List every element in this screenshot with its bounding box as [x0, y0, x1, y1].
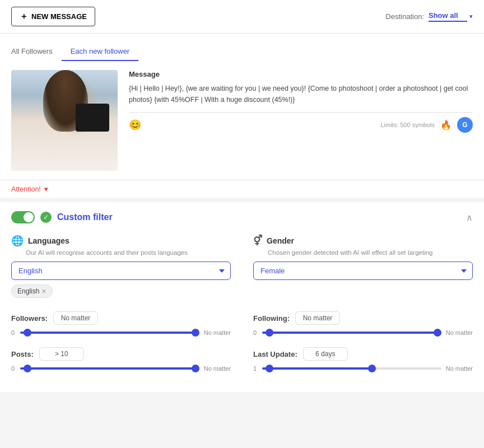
following-track[interactable] [262, 332, 441, 334]
message-text[interactable]: {Hi | Hello | Hey!}, {we are waiting for… [129, 83, 473, 105]
following-min: 0 [253, 329, 258, 336]
followers-thumb-left[interactable] [24, 329, 31, 337]
following-thumb-right[interactable] [434, 329, 441, 337]
english-tag[interactable]: English × [11, 284, 53, 298]
following-header: Following: No matter [253, 311, 473, 325]
last-update-header: Last Update: 6 days [253, 347, 473, 361]
attention-label: Attention! [11, 185, 41, 193]
followers-value: No matter [53, 311, 98, 325]
posts-slider-group: Posts: > 10 0 No matter [11, 347, 231, 372]
last-update-thumb-right[interactable] [368, 365, 376, 372]
globe-icon: 🌐 [11, 235, 24, 247]
gender-dropdown[interactable]: Female [253, 262, 473, 280]
new-message-label: NEW MESSAGE [31, 12, 87, 21]
destination-wrapper: Show all [429, 11, 473, 22]
tab-each-new-follower[interactable]: Each new follower [62, 43, 139, 61]
followers-min: 0 [11, 329, 16, 336]
header: ＋ NEW MESSAGE Destination: Show all [0, 0, 484, 34]
destination-label: Destination: [385, 12, 424, 21]
following-max: No matter [446, 329, 473, 336]
posts-label: Posts: [11, 350, 34, 358]
following-slider-group: Following: No matter 0 No matter [253, 311, 473, 336]
posts-max: No matter [204, 365, 231, 372]
gender-section: ⚥ Gender Chosen gender detected with AI … [253, 235, 473, 298]
last-update-thumb-left[interactable] [266, 365, 273, 372]
message-label: Message [129, 70, 473, 78]
tab-all-followers[interactable]: All Followers [11, 43, 62, 61]
main-content: All Followers Each new follower Message … [0, 34, 484, 392]
following-thumb-left[interactable] [266, 329, 273, 337]
english-tag-remove-icon[interactable]: × [41, 287, 46, 295]
posts-thumb-right[interactable] [192, 365, 199, 372]
posts-fill [20, 367, 199, 370]
custom-filter-section: ✓ Custom filter ∧ 🌐 Languages Our AI wil… [0, 202, 484, 392]
emoji-icon[interactable]: 😊 [129, 119, 141, 131]
custom-filter-header: ✓ Custom filter ∧ [11, 211, 473, 223]
languages-title: 🌐 Languages [11, 235, 231, 247]
posts-min: 0 [11, 365, 16, 372]
check-circle-icon: ✓ [40, 212, 52, 223]
gender-label: Gender [267, 236, 294, 245]
languages-section: 🌐 Languages Our AI will recognise accoun… [11, 235, 231, 298]
custom-filter-left: ✓ Custom filter [11, 211, 113, 223]
languages-desc: Our AI will recognise accounts and their… [26, 249, 231, 256]
message-footer: 😊 Limits: 500 symbols 🔥 G [129, 112, 473, 136]
message-card: All Followers Each new follower Message … [0, 34, 484, 180]
fire-icon[interactable]: 🔥 [438, 117, 454, 133]
posts-track-row: 0 No matter [11, 365, 231, 372]
limits-text: Limits: 500 symbols [380, 122, 435, 128]
followers-thumb-right[interactable] [192, 329, 199, 337]
followers-header: Followers: No matter [11, 311, 231, 325]
last-update-max: No matter [446, 365, 473, 372]
message-content: Message {Hi | Hello | Hey!}, {we are wai… [11, 70, 473, 180]
followers-track[interactable] [20, 332, 199, 334]
tabs: All Followers Each new follower [11, 43, 473, 61]
filter-grid: 🌐 Languages Our AI will recognise accoun… [11, 235, 473, 298]
destination-area: Destination: Show all [385, 11, 473, 22]
languages-dropdown[interactable]: English [11, 262, 231, 280]
collapse-icon[interactable]: ∧ [466, 212, 473, 223]
message-right: Message {Hi | Hello | Hey!}, {we are wai… [129, 70, 473, 171]
languages-label: Languages [28, 236, 69, 245]
followers-track-row: 0 No matter [11, 329, 231, 336]
last-update-min: 1 [253, 365, 258, 372]
custom-filter-toggle[interactable] [11, 211, 35, 223]
attention-button[interactable]: Attention! ▾ [11, 185, 473, 193]
gender-title: ⚥ Gender [253, 235, 473, 247]
posts-thumb-left[interactable] [24, 365, 31, 372]
custom-filter-title: Custom filter [57, 212, 113, 222]
followers-fill [20, 332, 199, 334]
attention-chevron-icon: ▾ [44, 185, 48, 193]
message-image [11, 70, 118, 171]
gender-desc: Chosen gender detected with AI will effe… [268, 249, 473, 256]
english-tag-label: English [17, 287, 39, 295]
last-update-slider-group: Last Update: 6 days 1 No matter [253, 347, 473, 372]
g-icon[interactable]: G [457, 117, 473, 133]
last-update-label: Last Update: [253, 350, 297, 358]
attention-bar: Attention! ▾ [0, 180, 484, 202]
slider-row-1: Followers: No matter 0 No matter [11, 311, 473, 336]
message-actions: Limits: 500 symbols 🔥 G [380, 117, 473, 133]
last-update-fill [262, 367, 370, 370]
followers-label: Followers: [11, 314, 48, 323]
new-message-button[interactable]: ＋ NEW MESSAGE [11, 7, 95, 26]
following-value: No matter [295, 311, 340, 325]
following-label: Following: [253, 314, 290, 323]
sliders-section: Followers: No matter 0 No matter [11, 311, 473, 372]
last-update-track-row: 1 No matter [253, 365, 473, 372]
slider-row-2: Posts: > 10 0 No matter [11, 347, 473, 372]
last-update-value: 6 days [303, 347, 348, 361]
gender-icon: ⚥ [253, 235, 262, 247]
plus-icon: ＋ [20, 11, 28, 22]
destination-select[interactable]: Show all [429, 11, 467, 22]
posts-header: Posts: > 10 [11, 347, 231, 361]
posts-value: > 10 [39, 347, 84, 361]
last-update-track[interactable] [262, 367, 441, 370]
followers-slider-group: Followers: No matter 0 No matter [11, 311, 231, 336]
toggle-knob [24, 212, 34, 222]
posts-track[interactable] [20, 367, 199, 370]
following-fill [262, 332, 441, 334]
followers-max: No matter [204, 329, 231, 336]
following-track-row: 0 No matter [253, 329, 473, 336]
